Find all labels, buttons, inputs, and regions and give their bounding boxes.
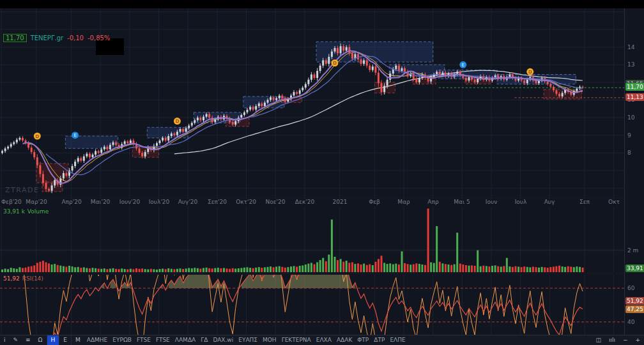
svg-text:D: D: [176, 119, 179, 124]
price-tick: 8: [627, 150, 631, 156]
time-axis-label: Απρ'20: [61, 199, 81, 205]
time-axis-label: Απρ: [427, 199, 438, 205]
time-axis-label: Αυγ'20: [178, 199, 198, 205]
time-axis-label: Οκτ'20: [236, 199, 256, 205]
time-axis-label: 2021: [333, 199, 348, 205]
symbol-button-ΕΛΧΑ[interactable]: ΕΛΧΑ: [314, 335, 334, 345]
symbol-name: ΤΕΝΕΡΓ.gr: [31, 34, 63, 42]
time-axis[interactable]: Φεβ'20Μαρ'20Απρ'20Μαι'20Ιουν'20Ιουλ'20Αυ…: [0, 199, 624, 206]
symbol-legend[interactable]: 11,70 ΤΕΝΕΡΓ.gr -0,10 -0,85%: [3, 34, 110, 42]
timeframe-Ε[interactable]: Ε: [59, 335, 71, 345]
volume-panel[interactable]: [0, 206, 624, 272]
symbol-button-ΑΔΑΚ[interactable]: ΑΔΑΚ: [334, 335, 355, 345]
rsi-panel[interactable]: [0, 275, 624, 335]
trading-app: DEDDED 11,70 ΤΕΝΕΡΓ.gr -0,10 -0,85% ZTRA…: [0, 0, 644, 345]
panel-separator: [0, 273, 644, 273]
price-axis[interactable]: 89101112131411,6511,7011,132 m33,91 k604…: [624, 8, 644, 335]
symbol-button-ΕΥΑΠΣ[interactable]: ΕΥΑΠΣ: [236, 335, 260, 345]
volume-value: 33,91 k: [3, 208, 25, 215]
rsi-value: 51,92: [3, 275, 20, 282]
price-tick: 14: [627, 44, 634, 50]
price-tick: 10: [627, 114, 634, 121]
rsi-badge: 47,25: [625, 305, 644, 313]
volume-indicator-icon[interactable]: ıılı: [605, 335, 619, 345]
draw-icon[interactable]: ✎: [10, 335, 22, 345]
time-axis-label: Ιουν'20: [119, 199, 140, 205]
time-axis-label: Ιουλ'20: [149, 199, 170, 205]
svg-text:D: D: [528, 70, 532, 75]
time-axis-label: Φεβ'20: [1, 199, 22, 205]
symbol-button-ΦΤΡ[interactable]: ΦΤΡ: [355, 335, 371, 345]
price-badge: 11,70: [625, 83, 644, 91]
time-axis-label: Φεβ: [369, 199, 380, 205]
objects-tree-icon[interactable]: ≡: [22, 335, 34, 345]
symbol-button-ΕΛΠΕ[interactable]: ΕΛΠΕ: [387, 335, 408, 345]
platform-watermark: ZTRADE: [5, 186, 39, 194]
svg-text:D: D: [36, 134, 39, 139]
chart-style-icon[interactable]: ◫: [592, 335, 605, 345]
symbol-button-FTSE[interactable]: FTSE: [134, 335, 153, 345]
symbol-button-ΛΑΜΔΑ[interactable]: ΛΑΜΔΑ: [172, 335, 198, 345]
symbol-button-ΑΔΜΗΕ[interactable]: ΑΔΜΗΕ: [84, 335, 111, 345]
time-axis-label: Αυγ: [544, 199, 555, 205]
price-change: -0,10: [67, 34, 84, 42]
svg-text:D: D: [333, 61, 336, 66]
rsi-label: RSI(14): [22, 275, 43, 282]
price-tick: 9: [627, 132, 631, 139]
time-axis-label: Μαρ: [397, 199, 410, 205]
rsi-tick: 40: [627, 319, 634, 325]
zoom-out-icon[interactable]: −: [619, 335, 632, 345]
time-axis-label: Μαι 5: [454, 199, 470, 205]
price-change-pct: -0,85%: [88, 34, 110, 42]
rsi-tick: 60: [627, 285, 634, 291]
svg-text:E: E: [462, 63, 464, 68]
symbol-button-ΓΕΚΤΕΡΝΑ[interactable]: ΓΕΚΤΕΡΝΑ: [279, 335, 314, 345]
time-axis-label: Δεκ'20: [295, 199, 314, 205]
timeframe-Η[interactable]: Η: [47, 335, 59, 345]
rsi-badge: 51,92: [625, 297, 644, 305]
symbol-button-DAX.wi[interactable]: DAX.wi: [210, 335, 236, 345]
time-axis-label: Σεπ: [579, 199, 590, 205]
last-price: 11,70: [3, 34, 27, 42]
symbol-button-ΕΥΡΩΒ[interactable]: ΕΥΡΩΒ: [110, 335, 134, 345]
volume-tick: 2 m: [627, 247, 638, 254]
price-tick: 13: [627, 61, 634, 68]
svg-text:E: E: [73, 133, 76, 138]
timeframe-Μ[interactable]: Μ: [71, 335, 84, 345]
time-axis-label: Ιουλ: [515, 199, 527, 205]
symbol-button-ΔΤΡ[interactable]: ΔΤΡ: [371, 335, 387, 345]
symbol-button-ΜΟΗ[interactable]: ΜΟΗ: [260, 335, 279, 345]
symbol-button-ΓΔ[interactable]: ΓΔ: [198, 335, 210, 345]
volume-label: Volume: [27, 208, 49, 215]
volume-legend: 33,91 k Volume: [3, 208, 49, 215]
time-axis-label: Οκτ: [608, 199, 620, 205]
rsi-legend: 51,92 RSI(14): [3, 275, 43, 282]
symbol-button-FTSE[interactable]: FTSE: [153, 335, 172, 345]
top-black-bar: [0, 0, 644, 8]
info-icon[interactable]: i: [0, 335, 10, 345]
zoom-in-icon[interactable]: +: [631, 335, 644, 345]
time-axis-label: Μαι'20: [91, 199, 111, 205]
time-axis-label: Ιουν: [486, 199, 497, 205]
time-axis-label: Νοε'20: [265, 199, 285, 205]
price-badge: 11,13: [625, 93, 644, 101]
volume-badge: 33,91 k: [625, 264, 644, 272]
time-axis-label: Σεπ'20: [208, 199, 227, 205]
time-axis-label: Μαρ'20: [26, 199, 47, 205]
omega-icon[interactable]: Ω: [34, 335, 47, 345]
bottom-toolbar: i✎≡ΩΗΕΜΑΔΜΗΕΕΥΡΩΒFTSEFTSEΛΑΜΔΑΓΔDAX.wiΕΥ…: [0, 335, 644, 345]
